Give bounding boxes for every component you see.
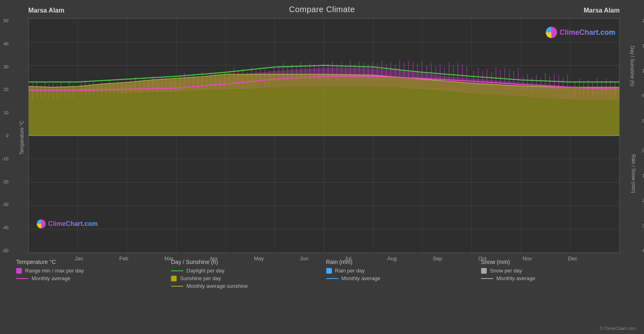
legend-snow-avg-label: Monthly average	[496, 275, 535, 281]
month-oct: Oct	[478, 255, 486, 262]
swatch-range-pink	[16, 268, 22, 274]
legend-temperature: Temperature °C Range min / max per day M…	[12, 259, 167, 291]
chart-area: Marsa Alam Marsa Alam Temperature °C Day…	[28, 18, 620, 257]
month-dec: Dec	[568, 255, 577, 262]
y-axis-right: 24 18 12 6 0 0 10 20 30 40	[642, 18, 644, 253]
axis-label-sunshine: Day / Sunshine (h)	[629, 46, 635, 86]
month-mar: Mar	[165, 255, 173, 262]
brand-text-bottom: ClimeChart.com	[48, 220, 98, 228]
legend-daylight-label: Daylight per day	[186, 268, 224, 274]
legend-area: Temperature °C Range min / max per day M…	[12, 259, 632, 291]
line-blue	[326, 278, 338, 279]
swatch-yellow	[171, 276, 177, 281]
legend-snow: Snow (mm) Snow per day Monthly average	[477, 259, 632, 291]
legend-rain: Rain (mm) Rain per day Monthly average	[322, 259, 477, 291]
legend-daylight: Daylight per day	[171, 268, 318, 274]
legend-temp-range-label: Range min / max per day	[25, 268, 84, 274]
brand-text-top: ClimeChart.com	[560, 28, 615, 37]
page-wrapper: Compare Climate Marsa Alam Marsa Alam Te…	[0, 0, 644, 334]
month-jan: Jan	[75, 255, 83, 262]
swatch-gray	[481, 268, 487, 274]
month-feb: Feb	[119, 255, 128, 262]
month-labels: Jan Feb Mar Apr May Jun Jul Aug Sep Oct …	[57, 255, 595, 262]
legend-sunshine-label: Sunshine per day	[180, 275, 221, 281]
brand-logo-top-right: ClimeChart.com	[546, 27, 615, 38]
legend-snow-label: Snow per day	[490, 268, 522, 274]
axis-label-temp: Temperature °C	[19, 121, 25, 155]
month-aug: Aug	[387, 255, 397, 262]
copyright: © ClimeChart.com	[600, 326, 636, 331]
month-jun: Jun	[300, 255, 308, 262]
legend-rain-avg-label: Monthly average	[342, 275, 380, 281]
line-green	[171, 270, 183, 271]
month-may: May	[254, 255, 264, 262]
month-apr: Apr	[209, 255, 217, 262]
line-yellow	[171, 286, 183, 287]
axis-label-rain: Rain / Snow (mm)	[631, 154, 636, 193]
month-nov: Nov	[523, 255, 532, 262]
page-title: Compare Climate	[0, 0, 644, 14]
legend-sunshine-swatch: Sunshine per day	[171, 275, 318, 281]
swatch-blue	[326, 268, 332, 274]
legend-rain-swatch: Rain per day	[326, 268, 473, 274]
line-gray	[481, 278, 493, 279]
legend-temp-avg-label: Monthly average	[32, 275, 70, 281]
legend-rain-avg: Monthly average	[326, 275, 473, 281]
legend-snow-avg: Monthly average	[481, 275, 628, 281]
legend-sunshine-avg: Monthly average sunshine	[171, 283, 318, 289]
brand-icon-bottom	[37, 219, 46, 228]
brand-icon-top	[546, 27, 557, 38]
line-pink	[16, 278, 28, 279]
month-sep: Sep	[433, 255, 442, 262]
month-jul: Jul	[344, 255, 351, 262]
y-axis-left: 50 40 30 20 10 0 -10 -20 -30 -40 -50	[2, 18, 8, 253]
legend-rain-label: Rain per day	[335, 268, 365, 274]
legend-sunshine-avg-label: Monthly average sunshine	[186, 283, 248, 289]
chart-canvas: ClimeChart.com ClimeChart.com	[28, 18, 620, 253]
legend-temp-avg: Monthly average	[16, 275, 163, 281]
legend-snow-swatch: Snow per day	[481, 268, 628, 274]
legend-sunshine: Day / Sunshine (h) Daylight per day Suns…	[167, 259, 322, 291]
location-label-left: Marsa Alam	[28, 7, 64, 14]
brand-logo-bottom-left: ClimeChart.com	[37, 219, 98, 228]
location-label-right: Marsa Alam	[584, 7, 620, 14]
legend-temp-range: Range min / max per day	[16, 268, 163, 274]
